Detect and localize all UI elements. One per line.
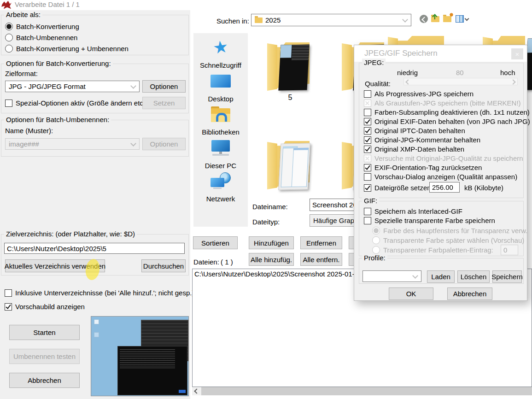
checkbox-box[interactable] [364, 208, 371, 215]
network-globe-icon [210, 172, 232, 191]
filesize-input[interactable]: 256.00 [429, 182, 460, 193]
files-label: Dateien: [193, 258, 219, 266]
sidebar-item-libraries[interactable]: Bibliotheken [193, 105, 248, 137]
show-preview-checkbox[interactable]: Vorschaubild anzeigen [5, 303, 85, 311]
checkbox-box[interactable] [364, 90, 371, 98]
close-icon[interactable]: × [511, 48, 523, 59]
special-options-checkbox[interactable]: Spezial-Optionen aktiv (Größe ändern etc… [5, 99, 147, 107]
checkbox-label: Als Progressives-JPG speichern [374, 90, 474, 98]
target-format-combobox[interactable]: JPG - JPG/JPEG Format [5, 81, 140, 92]
checkbox-box[interactable] [364, 127, 371, 135]
back-icon[interactable] [419, 14, 429, 23]
radio-circle[interactable] [372, 227, 380, 235]
checkbox-original-quality[interactable]: Versuche mit Original-JPG-Qualität zu sp… [364, 154, 523, 162]
start-button[interactable]: Starten [9, 325, 80, 340]
radio-circle[interactable] [5, 34, 13, 41]
checkbox-box[interactable] [364, 173, 371, 181]
target-directory-input[interactable]: C:\Users\Nutzer\Desktop\2025\5 [4, 243, 185, 254]
test-rename-button[interactable]: Umbenennen testen [9, 349, 80, 364]
checkbox-interlaced-gif[interactable]: Speichern als Interlaced-GIF [364, 207, 462, 215]
radio-main-window-color[interactable]: Farbe des Hauptfensters für Transparenz … [372, 227, 527, 235]
browse-button[interactable]: Durchsuchen [141, 259, 186, 272]
radio-batch-conversion[interactable]: Batch-Konvertierung [5, 23, 79, 30]
filesize-unit-label: kB (Kilobyte) [464, 184, 503, 192]
new-folder-icon[interactable] [443, 14, 453, 23]
checkbox-box[interactable] [364, 184, 371, 192]
load-profile-button[interactable]: Laden [427, 270, 455, 283]
checkbox-box[interactable] [5, 303, 12, 311]
folder-front [342, 142, 352, 189]
checkbox-box[interactable] [364, 155, 371, 162]
checkbox-box[interactable] [364, 109, 371, 116]
up-one-level-icon[interactable] [431, 14, 441, 23]
checkbox-grayscale-jpg[interactable]: Als Graustufen-JPG speichern (bitte MERK… [364, 99, 521, 107]
checkbox-reset-exif-orientation[interactable]: EXIF-Orientation-Tag zurücksetzen [364, 164, 482, 171]
chevron-down-icon [402, 17, 408, 23]
folder-item[interactable] [267, 138, 313, 194]
radio-batch-conversion-rename[interactable]: Batch-Konvertierung + Umbenennen [5, 45, 129, 53]
radio-circle[interactable] [372, 246, 380, 254]
horizontal-scrollbar[interactable] [192, 387, 532, 395]
rename-options-button[interactable]: Optionen [142, 138, 186, 150]
checkbox-disable-subsampling[interactable]: Farben-Subsampling deaktivieren (dh. 1x1… [364, 108, 530, 116]
set-button[interactable]: Setzen [142, 97, 186, 109]
checkbox-box[interactable] [5, 289, 12, 297]
place-label: Netzwerk [193, 195, 248, 203]
sidebar-item-quick-access[interactable]: ★ Schnellzugriff [193, 38, 248, 70]
target-directory-legend: Zielverzeichnis: (oder Platzhalter, wie:… [4, 230, 137, 238]
checkbox-box[interactable] [364, 217, 371, 224]
scrollbar-thumb[interactable] [201, 387, 532, 395]
checkbox-transparent-color[interactable]: Spezielle transparente Farbe speichern [364, 217, 495, 224]
file-list-item[interactable]: C:\Users\Nutzer\Desktop\2025\Screenshot … [194, 270, 380, 278]
checkbox-keep-exif[interactable]: Original EXIF-Daten behalten (von JPG na… [364, 117, 530, 125]
checkbox-set-filesize[interactable]: Dateigröße setzen: [364, 184, 433, 192]
cancel-button[interactable]: Abbrechen [9, 373, 80, 388]
look-in-combobox[interactable]: 2025 [251, 14, 411, 26]
checkbox-progressive-jpg[interactable]: Als Progressives-JPG speichern [364, 90, 474, 98]
radio-circle[interactable] [372, 236, 380, 244]
slider-right-arrow-icon[interactable] [510, 79, 515, 84]
place-label: Desktop [193, 95, 248, 103]
folder-icon [255, 18, 263, 23]
checkbox-box[interactable] [364, 100, 371, 107]
radio-circle[interactable] [5, 45, 13, 53]
radio-batch-rename[interactable]: Batch-Umbenennen [5, 34, 77, 41]
remove-all-button[interactable]: Alle entfern. [300, 253, 342, 266]
checkbox-keep-iptc[interactable]: Original IPTC-Daten behalten [364, 127, 465, 135]
slider-left-arrow-icon[interactable] [405, 79, 410, 84]
remove-button[interactable]: Entfernen [300, 236, 342, 249]
sidebar-item-this-pc[interactable]: Dieser PC [193, 138, 248, 170]
dialog-cancel-button[interactable]: Abbrechen [447, 288, 492, 300]
profile-group: Profile: Laden Löschen Speichern [359, 258, 524, 284]
views-menu-icon[interactable] [456, 14, 466, 23]
sidebar-item-network[interactable]: Netzwerk [193, 171, 248, 204]
include-subdirs-checkbox[interactable]: Inklusive Unterverzeichnisse (bei 'Alle … [5, 289, 194, 297]
checkbox-box[interactable] [5, 100, 12, 107]
folder-item-5[interactable] [267, 40, 313, 95]
checkbox-box[interactable] [364, 118, 371, 125]
delete-profile-button[interactable]: Löschen [457, 270, 490, 283]
ok-button[interactable]: OK [389, 288, 433, 300]
sort-button[interactable]: Sortieren [193, 236, 238, 249]
sidebar-item-desktop[interactable]: Desktop [193, 71, 248, 104]
quality-low-label: niedrig [397, 69, 418, 76]
checkbox-box[interactable] [364, 136, 371, 144]
radio-palette-entry[interactable]: Transparenter Farbpaletten-Eintrag: [372, 246, 493, 254]
profile-combobox[interactable] [362, 270, 421, 282]
checkbox-keep-jpg-comment[interactable]: Original-JPG-Kommentar behalten [364, 136, 480, 144]
add-button[interactable]: Hinzufügen [249, 236, 294, 249]
format-options-button[interactable]: Optionen [142, 80, 186, 93]
scroll-left-button[interactable] [192, 387, 201, 395]
checkbox-show-preview-dialog[interactable]: Vorschau-Dialog anzeigen (Qualität anpas… [364, 173, 517, 181]
checkbox-box[interactable] [364, 164, 371, 171]
radio-circle[interactable] [5, 23, 13, 30]
radio-choose-later[interactable]: Transparente Farbe später wählen (Vorsch… [372, 236, 524, 244]
checkbox-keep-xmp[interactable]: Original XMP-Daten behalten [364, 145, 464, 153]
desktop-icon [94, 319, 99, 324]
quality-slider[interactable] [403, 78, 518, 85]
save-profile-button[interactable]: Speichern [492, 270, 522, 283]
palette-entry-input[interactable]: 0 [501, 245, 518, 255]
add-all-button[interactable]: Alle hinzufüg. [249, 253, 294, 266]
checkbox-box[interactable] [364, 146, 371, 153]
name-pattern-combobox[interactable]: image### [5, 138, 140, 150]
